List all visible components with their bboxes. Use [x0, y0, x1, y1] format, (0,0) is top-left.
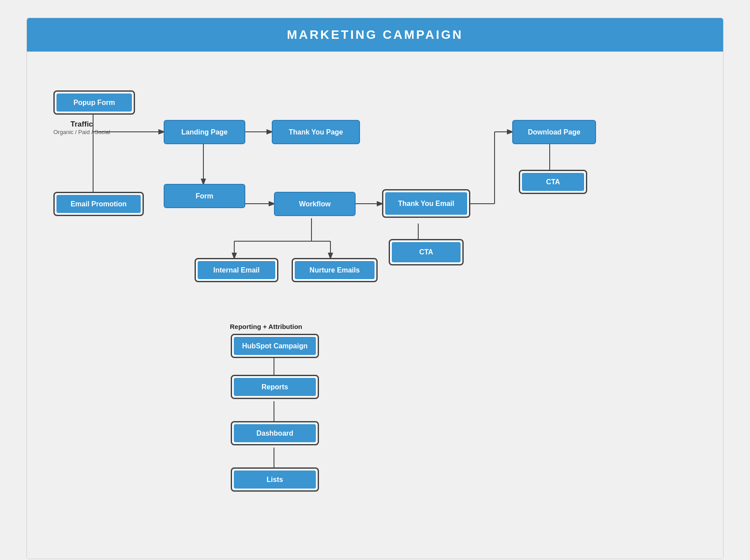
lists-node[interactable]: Lists — [231, 467, 319, 492]
download-page-node[interactable]: Download Page — [512, 120, 596, 144]
cta-top-right-node[interactable]: CTA — [519, 170, 587, 194]
diagram-area: Traffic Organic / Paid / Social Popup Fo… — [27, 52, 723, 559]
popup-form-node[interactable]: Popup Form — [53, 90, 135, 115]
reporting-label: Reporting + Attribution — [230, 323, 302, 330]
thank-you-email-node[interactable]: Thank You Email — [382, 189, 470, 218]
header: MARKETING CAMPAIGN — [27, 18, 723, 52]
reports-node[interactable]: Reports — [231, 375, 319, 399]
form-node[interactable]: Form — [164, 184, 245, 208]
connectors-svg — [27, 52, 723, 559]
landing-page-node[interactable]: Landing Page — [164, 120, 245, 144]
workflow-node[interactable]: Workflow — [274, 192, 356, 216]
cta-bottom-node[interactable]: CTA — [389, 239, 464, 265]
main-container: MARKETING CAMPAIGN — [26, 18, 724, 559]
nurture-emails-node[interactable]: Nurture Emails — [292, 258, 378, 282]
dashboard-node[interactable]: Dashboard — [231, 421, 319, 445]
traffic-label: Traffic Organic / Paid / Social — [53, 120, 110, 135]
hubspot-campaign-node[interactable]: HubSpot Campaign — [231, 334, 319, 358]
thank-you-page-node[interactable]: Thank You Page — [272, 120, 360, 144]
page-title: MARKETING CAMPAIGN — [27, 28, 723, 42]
internal-email-node[interactable]: Internal Email — [195, 258, 278, 282]
email-promotion-node[interactable]: Email Promotion — [53, 192, 144, 216]
